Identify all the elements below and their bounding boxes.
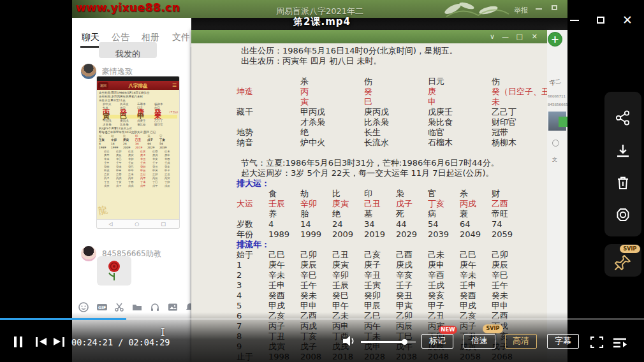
settings-gear-icon[interactable] [615, 206, 631, 223]
cell: 己卯 [492, 250, 523, 260]
cell: 伤 [492, 76, 547, 87]
add-bubble-button[interactable]: + [548, 32, 562, 47]
cell: 辛未 [268, 270, 300, 280]
doc-maximize-icon[interactable]: □ [516, 33, 523, 41]
close-button[interactable]: ✕ [622, 14, 633, 26]
cell: 戊戌 [128, 184, 140, 188]
liunian-row: 2辛未辛巳辛卯辛丑辛亥辛酉辛未辛巳 [191, 270, 547, 280]
cell: 癸酉 [460, 291, 492, 301]
maximize-button[interactable] [597, 17, 604, 24]
playlist-icon[interactable] [612, 337, 627, 351]
svg-text:GIF: GIF [98, 305, 106, 310]
cell: 己巳 [268, 250, 300, 260]
avatar[interactable] [81, 64, 96, 79]
cell: 杨柳木 [492, 138, 547, 148]
cell: 巳 [364, 97, 428, 107]
dayun-heading: 排大运： [191, 178, 547, 189]
cell: 财印官 [154, 123, 172, 127]
share-icon[interactable] [615, 110, 631, 126]
my-posts-button[interactable]: 我发的 [99, 42, 157, 58]
video-content[interactable]: 周易盲派八字2021年二 举报 www.yixue88.cn 聊天 公告 相册 … [72, 0, 567, 362]
cell: 日元 [428, 76, 492, 87]
rose-emoji-message[interactable] [97, 256, 131, 286]
previous-button[interactable] [36, 337, 50, 347]
volume-icon[interactable] [342, 335, 356, 350]
cell: 石榴木 [428, 138, 492, 148]
bazi-app-screenshot-image[interactable]: 返回 八字排盘 ☰ 出生时间:阳历1986年5月16日13时1分 出生时间:农历… [97, 76, 179, 228]
pillar-gods-row: 杀伤日元伤 [191, 76, 547, 87]
cell: 34 [364, 219, 396, 229]
canggan-gods-row: 才杀枭比杀枭枭比食财印官 [191, 117, 547, 127]
speed-button[interactable]: 倍速 [464, 334, 495, 349]
spacer [191, 148, 547, 158]
trash-icon[interactable] [615, 175, 631, 191]
cell: 枭比食 [137, 123, 154, 127]
emoji-icon[interactable] [78, 302, 89, 312]
headset-icon[interactable] [150, 302, 160, 312]
cell: 临官 [428, 127, 492, 138]
app-menu-icon: ☰ [172, 83, 177, 88]
avatar[interactable] [81, 246, 96, 261]
cell: 庚寅 [332, 199, 364, 209]
cell: 己未 [428, 250, 460, 260]
tab-files[interactable]: 文件 [172, 32, 190, 43]
cell: 2029 [396, 229, 428, 240]
cell: 54 [428, 219, 460, 229]
liunian-row: 3壬申壬午壬辰壬寅壬子壬戌壬申壬午 [191, 280, 547, 291]
cell: 长生 [364, 127, 428, 138]
text-fragment: 66086711 [548, 94, 566, 98]
doc-minimize-icon[interactable]: — [502, 33, 509, 41]
cell: 甲戌 [460, 301, 492, 311]
document-titlebar[interactable]: ∨ — □ ✕ [191, 30, 547, 43]
cell: 杀 [460, 189, 492, 199]
sidebar-panel [604, 92, 641, 236]
cell: 癸未 [492, 291, 523, 301]
picture-icon[interactable] [168, 302, 178, 312]
report-link[interactable]: 举报 [514, 6, 528, 15]
volume-slider-fill [361, 341, 404, 343]
mark-button[interactable]: 标记 [421, 334, 453, 349]
gif-icon[interactable]: GIF [96, 302, 106, 312]
subtitle-button[interactable]: 字幕 [547, 334, 579, 349]
cell: 壬子 [396, 280, 428, 291]
fullscreen-icon[interactable] [590, 336, 604, 351]
cell: 未 [154, 115, 172, 119]
liunian-row: 始于己巳己卯己丑己亥己酉己未己巳己卯 [191, 250, 547, 260]
pin-icon[interactable] [613, 253, 630, 270]
rose-icon [105, 260, 123, 282]
cell: 未 [492, 97, 547, 107]
volume-slider-handle[interactable] [402, 339, 407, 345]
text-fragment: 845856665 [548, 103, 567, 106]
screenshot-scissors-icon[interactable] [114, 302, 124, 312]
cell: 壬戌 [428, 280, 460, 291]
minimize-button[interactable] [570, 20, 579, 21]
new-badge: NEW [439, 326, 457, 334]
cell: 甲辰 [364, 301, 396, 311]
cell: 戊寅 [104, 184, 116, 188]
qq-minimize-icon[interactable] [536, 8, 542, 10]
doc-close-icon[interactable]: ✕ [532, 33, 538, 41]
dayun-gods-row: 食劫比印枭官杀财 [191, 189, 547, 199]
qq-maximize-icon[interactable] [552, 5, 557, 10]
cell: 辛卯 [332, 270, 364, 280]
liunian-row: 1庚午庚辰庚寅庚子庚戌庚申庚午庚辰 [191, 260, 547, 270]
cell: 辛酉 [428, 270, 460, 280]
cell: 墓 [364, 209, 396, 219]
active-tab-underline [80, 46, 99, 48]
pause-button[interactable] [14, 337, 26, 347]
cell: 甲寅 [396, 301, 428, 311]
doc-chevron-down-icon[interactable]: ∨ [490, 33, 495, 41]
cell: 枭比食 [428, 117, 492, 127]
cell: 戊午 [152, 184, 165, 188]
tab-chat[interactable]: 聊天 [82, 32, 99, 43]
quality-button[interactable]: 高清 [505, 334, 537, 349]
download-icon[interactable] [615, 143, 631, 159]
svip-badge: SVIP [483, 324, 503, 333]
cell: 己丑 [364, 199, 396, 209]
folder-icon[interactable] [132, 302, 142, 312]
app-title: 八字排盘 [97, 83, 179, 89]
cell: 甲申 [300, 301, 332, 311]
next-button[interactable] [54, 337, 68, 347]
cell: 己巳 [460, 250, 492, 260]
cell: 申 [428, 97, 492, 107]
